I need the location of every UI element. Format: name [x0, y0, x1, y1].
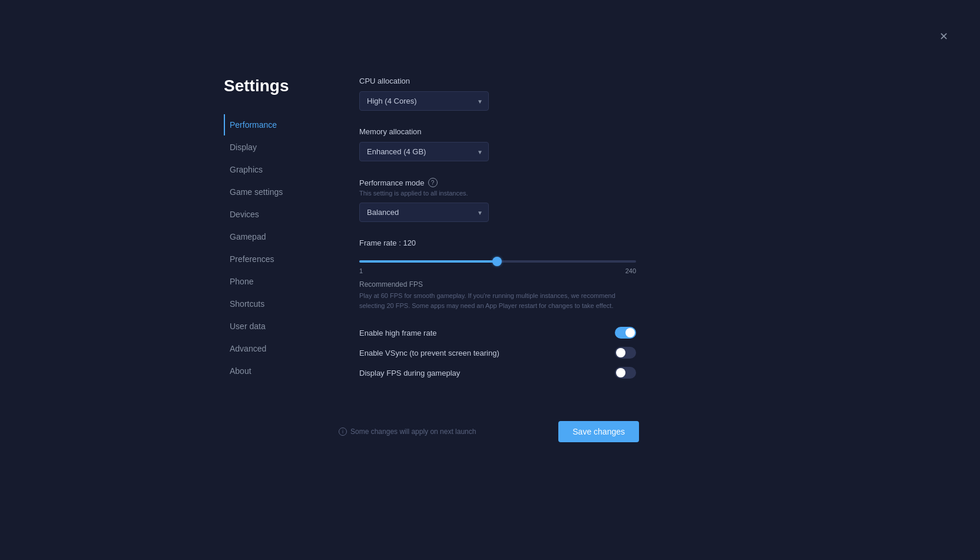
performance-mode-subtitle: This setting is applied to all instances…: [359, 190, 636, 197]
recommended-fps-title: Recommended FPS: [359, 280, 636, 289]
recommended-fps-text: Play at 60 FPS for smooth gameplay. If y…: [359, 291, 636, 310]
sidebar-item-graphics[interactable]: Graphics: [224, 159, 324, 180]
save-changes-button[interactable]: Save changes: [558, 421, 639, 442]
toggle-knob-vsync: [616, 348, 625, 357]
performance-mode-select[interactable]: Power savingBalancedHigh performance: [359, 203, 489, 222]
sidebar-item-gamepad[interactable]: Gamepad: [224, 226, 324, 247]
sidebar-item-shortcuts[interactable]: Shortcuts: [224, 293, 324, 314]
sidebar-item-advanced[interactable]: Advanced: [224, 338, 324, 359]
performance-mode-label: Performance mode: [359, 178, 425, 187]
sidebar-item-about[interactable]: About: [224, 360, 324, 382]
footer-notice-icon: i: [339, 428, 347, 436]
toggle-row-display-fps: Display FPS during gameplay: [359, 367, 636, 379]
performance-mode-help-icon[interactable]: ?: [428, 178, 438, 187]
frame-rate-label: Frame rate : 120: [359, 238, 636, 247]
sidebar-nav: PerformanceDisplayGraphicsGame settingsD…: [224, 114, 324, 382]
sidebar-item-display[interactable]: Display: [224, 137, 324, 158]
toggle-display-fps[interactable]: [615, 367, 636, 379]
sidebar-item-devices[interactable]: Devices: [224, 204, 324, 225]
close-button[interactable]: ✕: [938, 31, 949, 42]
cpu-allocation-select-wrapper: Low (1 Core)Medium (2 Cores)High (4 Core…: [359, 91, 489, 111]
sidebar-item-phone[interactable]: Phone: [224, 271, 324, 292]
frame-rate-min-label: 1: [359, 267, 363, 274]
sidebar-item-performance[interactable]: Performance: [224, 114, 324, 135]
toggle-row-vsync: Enable VSync (to prevent screen tearing): [359, 347, 636, 359]
memory-allocation-select-wrapper: Low (1 GB)Standard (2 GB)Enhanced (4 GB)…: [359, 142, 489, 161]
footer-notice: i Some changes will apply on next launch: [339, 428, 476, 436]
footer-notice-text: Some changes will apply on next launch: [350, 428, 476, 436]
recommended-fps-section: Recommended FPS Play at 60 FPS for smoot…: [359, 280, 636, 310]
toggle-label-display-fps: Display FPS during gameplay: [359, 369, 460, 377]
toggle-vsync[interactable]: [615, 347, 636, 359]
performance-mode-section: Performance mode ? This setting is appli…: [359, 178, 636, 222]
memory-allocation-select[interactable]: Low (1 GB)Standard (2 GB)Enhanced (4 GB)…: [359, 142, 489, 161]
sidebar: Settings PerformanceDisplayGraphicsGame …: [224, 77, 324, 387]
cpu-allocation-section: CPU allocation Low (1 Core)Medium (2 Cor…: [359, 77, 636, 111]
main-content: CPU allocation Low (1 Core)Medium (2 Cor…: [359, 77, 636, 387]
toggle-knob-high-frame-rate: [625, 328, 635, 337]
frame-rate-slider[interactable]: [359, 260, 636, 263]
toggle-row-high-frame-rate: Enable high frame rate: [359, 327, 636, 339]
memory-allocation-label: Memory allocation: [359, 127, 636, 136]
toggles-section: Enable high frame rateEnable VSync (to p…: [359, 327, 636, 379]
toggle-label-high-frame-rate: Enable high frame rate: [359, 329, 437, 337]
frame-rate-max-label: 240: [625, 267, 636, 274]
page-title: Settings: [224, 77, 324, 95]
footer: i Some changes will apply on next launch…: [339, 421, 639, 442]
toggle-high-frame-rate[interactable]: [615, 327, 636, 339]
performance-mode-select-wrapper: Power savingBalancedHigh performance ▼: [359, 203, 489, 222]
sidebar-item-user-data[interactable]: User data: [224, 316, 324, 337]
cpu-allocation-select[interactable]: Low (1 Core)Medium (2 Cores)High (4 Core…: [359, 91, 489, 111]
sidebar-item-game-settings[interactable]: Game settings: [224, 181, 324, 203]
cpu-allocation-label: CPU allocation: [359, 77, 636, 85]
toggle-label-vsync: Enable VSync (to prevent screen tearing): [359, 349, 499, 357]
frame-rate-section: Frame rate : 120 1 240 Recommended FPS P…: [359, 238, 636, 310]
toggle-knob-display-fps: [616, 368, 625, 377]
memory-allocation-section: Memory allocation Low (1 GB)Standard (2 …: [359, 127, 636, 161]
sidebar-item-preferences[interactable]: Preferences: [224, 248, 324, 270]
